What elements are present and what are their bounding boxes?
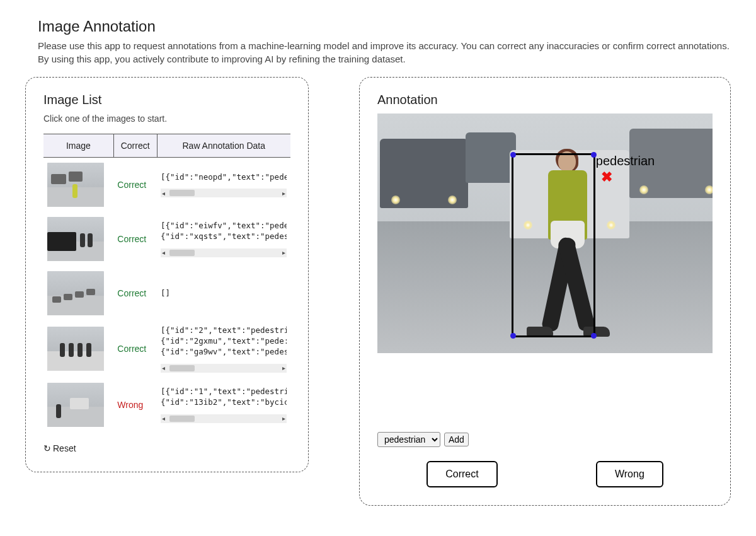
raw-annotation-text: [] (161, 288, 287, 299)
image-list-panel: Image List Click one of the images to st… (25, 77, 309, 472)
status-label: Correct (117, 288, 146, 298)
table-row[interactable]: Correct[{"id":"2","text":"pedestrian{"id… (43, 320, 290, 378)
annotation-panel: Annotation (359, 77, 731, 506)
horizontal-scrollbar[interactable]: ◂▸ (161, 364, 287, 373)
horizontal-scrollbar[interactable]: ◂▸ (161, 414, 287, 423)
raw-annotation-text: [{"id":"1","text":"pedestrian{"id":"13ib… (161, 387, 287, 408)
status-label: Correct (117, 180, 146, 190)
col-image: Image (43, 134, 113, 158)
bbox-handle-tl[interactable] (510, 152, 516, 158)
annotation-title: Annotation (377, 93, 713, 107)
thumbnail[interactable] (47, 383, 104, 427)
image-list-hint: Click one of the images to start. (43, 114, 290, 124)
page-title: Image Annotation (38, 18, 731, 35)
reset-icon: ↻ (43, 443, 51, 453)
thumbnail[interactable] (47, 271, 104, 315)
status-label: Wrong (117, 400, 143, 410)
reset-button[interactable]: ↻Reset (43, 443, 76, 453)
thumbnail[interactable] (47, 327, 104, 371)
annotation-canvas[interactable]: pedestrian ✖ (377, 114, 713, 353)
bounding-box[interactable]: pedestrian ✖ (512, 153, 595, 338)
correct-button[interactable]: Correct (427, 461, 497, 487)
col-raw: Raw Annotation Data (157, 134, 290, 158)
horizontal-scrollbar[interactable]: ◂▸ (161, 189, 287, 197)
raw-annotation-text: [{"id":"neopd","text":"pede (161, 172, 287, 183)
raw-annotation-text: [{"id":"2","text":"pedestrian{"id":"2gxm… (161, 325, 287, 358)
bbox-label: pedestrian (596, 154, 655, 168)
table-row[interactable]: Correct[{"id":"neopd","text":"pede◂▸ (43, 158, 290, 213)
page-subtitle: Please use this app to request annotatio… (38, 39, 731, 66)
thumbnail[interactable] (47, 163, 104, 207)
reset-label: Reset (53, 443, 76, 453)
bbox-delete-icon[interactable]: ✖ (601, 169, 612, 185)
label-select[interactable]: pedestrian (377, 432, 440, 447)
wrong-button[interactable]: Wrong (596, 461, 663, 487)
image-list-title: Image List (43, 93, 290, 107)
col-correct: Correct (113, 134, 157, 158)
horizontal-scrollbar[interactable]: ◂▸ (161, 248, 287, 257)
image-list-table: Image Correct Raw Annotation Data Correc… (43, 134, 290, 432)
thumbnail[interactable] (47, 217, 104, 261)
table-row[interactable]: Correct[{"id":"eiwfv","text":"pedes{"id"… (43, 212, 290, 266)
raw-annotation-text: [{"id":"eiwfv","text":"pedes{"id":"xqsts… (161, 221, 287, 242)
add-button[interactable]: Add (444, 433, 469, 446)
table-row[interactable]: Wrong[{"id":"1","text":"pedestrian{"id":… (43, 378, 290, 432)
table-row[interactable]: Correct[] (43, 266, 290, 320)
status-label: Correct (117, 344, 146, 354)
status-label: Correct (117, 234, 146, 244)
